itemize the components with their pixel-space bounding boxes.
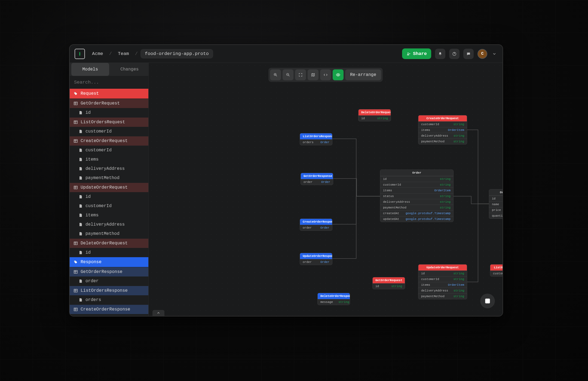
sidebar-field[interactable]: id — [70, 248, 148, 257]
svg-rect-6 — [74, 140, 77, 143]
sidebar: Models Changes RequestGetOrderRequestidL… — [70, 63, 149, 316]
svg-rect-8 — [74, 242, 77, 245]
sidebar-item[interactable]: DeleteOrderRequest — [70, 238, 148, 248]
schema-node[interactable]: ListOrdersResponseordersOrder — [300, 133, 332, 145]
minimap-button[interactable] — [308, 69, 318, 80]
sidebar-item[interactable]: ListOrdersRequest — [70, 117, 148, 127]
avatar[interactable]: C — [477, 49, 487, 59]
sidebar-field[interactable]: order — [70, 276, 148, 286]
fit-view-button[interactable] — [295, 69, 306, 80]
sidebar-item[interactable]: GetOrderRequest — [70, 99, 148, 108]
sidebar-field[interactable]: customerId — [70, 201, 148, 211]
sidebar-field[interactable]: id — [70, 192, 148, 201]
help-icon — [452, 52, 457, 56]
schema-node[interactable]: GetOrderRequestidstring — [372, 277, 405, 289]
breadcrumb-org[interactable]: Acme — [89, 50, 106, 58]
sidebar-field[interactable]: items — [70, 211, 148, 220]
breadcrumb-file: food-ordering-app.proto — [140, 49, 213, 59]
canvas-toolbar: Re-arrange — [268, 68, 383, 82]
map-icon — [311, 73, 315, 77]
sidebar-item[interactable]: CreateOrderRequest — [70, 136, 148, 146]
header: Acme / Team / food-ordering-app.proto Sh… — [70, 45, 503, 63]
eye-icon — [336, 73, 340, 77]
svg-point-9 — [75, 261, 75, 262]
help-button[interactable] — [449, 49, 460, 59]
bottom-panel-toggle[interactable] — [152, 310, 164, 316]
sidebar-field[interactable]: paymentMethod — [70, 229, 148, 238]
sidebar-field[interactable]: paymentMethod — [70, 173, 148, 183]
schema-node[interactable]: DeleteOrderResponsemessagestring — [317, 293, 350, 305]
breadcrumb-team[interactable]: Team — [115, 50, 132, 58]
rearrange-button[interactable]: Re-arrange — [345, 69, 381, 80]
chevron-up-icon — [157, 311, 160, 315]
schema-node[interactable]: ListOrdersRequestcustomerIdstring — [490, 264, 503, 276]
fit-icon — [298, 73, 303, 77]
schema-node[interactable]: DeleteOrderRequestidstring — [358, 109, 391, 121]
app-window: Acme / Team / food-ordering-app.proto Sh… — [69, 44, 503, 317]
schema-node[interactable]: UpdateOrderResponseorderOrder — [300, 253, 332, 265]
chat-icon — [466, 52, 471, 56]
sidebar-group[interactable]: Request — [70, 89, 148, 99]
sidebar-field[interactable]: customerId — [70, 146, 148, 155]
user-plus-icon — [406, 52, 411, 56]
svg-rect-16 — [485, 299, 490, 303]
schema-node[interactable]: CreateOrderRequestcustomerIdstringitemsO… — [418, 115, 467, 145]
logo-icon — [77, 51, 82, 57]
sidebar-field[interactable]: id — [70, 108, 148, 117]
zoom-out-icon — [286, 73, 290, 77]
share-button[interactable]: Share — [402, 48, 431, 59]
sidebar-group[interactable]: Response — [70, 257, 148, 267]
sidebar-field[interactable]: deliveryAddress — [70, 220, 148, 229]
chevron-down-icon — [492, 52, 497, 56]
sidebar-item[interactable]: ListOrdersResponse — [70, 286, 148, 295]
feedback-button[interactable] — [463, 49, 474, 59]
svg-rect-10 — [74, 271, 77, 274]
svg-point-3 — [75, 93, 75, 93]
sidebar-field[interactable]: customerId — [70, 127, 148, 136]
zoom-in-button[interactable] — [270, 69, 281, 80]
code-icon — [323, 73, 328, 77]
zoom-in-icon — [273, 73, 278, 77]
svg-rect-5 — [74, 121, 77, 124]
schema-node[interactable]: UpdateOrderRequestidstringcustomerIdstri… — [418, 264, 467, 299]
user-menu-dropdown[interactable] — [491, 49, 498, 59]
preview-button[interactable] — [333, 69, 344, 80]
logo[interactable] — [75, 49, 85, 59]
sidebar-tabs: Models Changes — [70, 63, 148, 76]
bell-icon — [438, 52, 442, 56]
canvas[interactable]: Re-arrange DeleteOrderRequestidstringCre… — [149, 63, 503, 316]
breadcrumb: Acme / Team / food-ordering-app.proto — [89, 49, 213, 59]
svg-rect-7 — [74, 186, 77, 189]
sidebar-item[interactable]: CreateOrderResponse — [70, 305, 148, 314]
zoom-out-button[interactable] — [283, 69, 293, 80]
schema-node[interactable]: GetOrderResponseorderOrder — [301, 173, 333, 185]
svg-rect-0 — [79, 52, 80, 56]
tab-models[interactable]: Models — [71, 63, 109, 76]
tab-changes[interactable]: Changes — [111, 63, 149, 76]
sidebar-item[interactable]: UpdateOrderRequest — [70, 183, 148, 192]
sidebar-item[interactable]: GetOrderResponse — [70, 267, 148, 276]
svg-rect-4 — [74, 102, 77, 105]
schema-node[interactable]: CreateOrderResponseorderOrder — [300, 219, 332, 231]
schema-node[interactable]: OrderidstringcustomerIdstringitemsOrderI… — [380, 170, 454, 222]
intercom-icon — [484, 297, 491, 305]
sidebar-field[interactable]: items — [70, 155, 148, 164]
code-view-button[interactable] — [320, 69, 331, 80]
sidebar-field[interactable]: deliveryAddress — [70, 164, 148, 173]
intercom-button[interactable] — [480, 294, 495, 308]
schema-node[interactable]: OrderItemidstringnamestringpricefloatqua… — [489, 189, 503, 219]
svg-point-1 — [408, 53, 409, 54]
notifications-button[interactable] — [435, 49, 445, 59]
search-input[interactable] — [74, 80, 144, 85]
svg-rect-12 — [74, 308, 77, 311]
model-tree[interactable]: RequestGetOrderRequestidListOrdersReques… — [70, 89, 148, 316]
svg-point-15 — [338, 74, 339, 75]
svg-rect-11 — [74, 289, 77, 292]
sidebar-field[interactable]: orders — [70, 295, 148, 305]
